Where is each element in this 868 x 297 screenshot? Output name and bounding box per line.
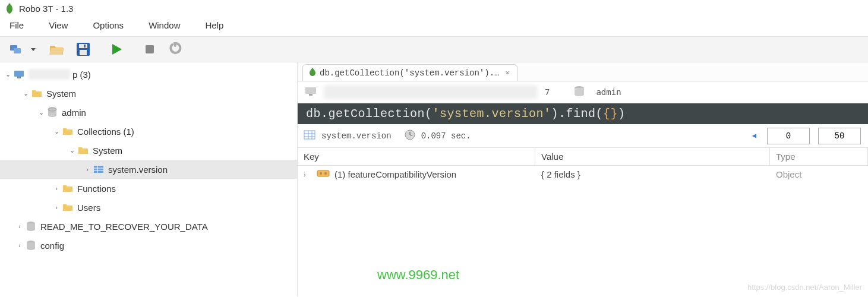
query-text: ) (618, 107, 626, 121)
connection-label: p (3) (72, 69, 91, 80)
titlebar: Robo 3T - 1.3 (0, 0, 868, 17)
tree-node-users[interactable]: › Users (0, 198, 297, 217)
menu-view[interactable]: View (45, 19, 71, 31)
tree-node-system-version[interactable]: › system.version (0, 160, 297, 179)
folder-icon (77, 144, 89, 156)
chevron-right-icon[interactable]: › (14, 221, 25, 232)
chevron-right-icon[interactable]: › (51, 202, 62, 213)
clock-icon (405, 129, 415, 143)
chevron-right-icon[interactable]: › (14, 240, 25, 251)
redacted-host-wide (324, 85, 538, 99)
svg-rect-4 (80, 50, 87, 55)
save-button[interactable] (71, 39, 95, 60)
tree-label: READ_ME_TO_RECOVER_YOUR_DATA (40, 222, 208, 232)
header-value: Value (535, 148, 770, 165)
menu-options[interactable]: Options (89, 19, 127, 31)
tab-bar: db.getCollection('system.version').… ✕ (298, 62, 868, 81)
svg-rect-20 (304, 131, 315, 139)
svg-rect-6 (146, 45, 154, 53)
result-row[interactable]: › (1) featureCompatibilityVersion { 2 fi… (298, 166, 868, 183)
tree-label: admin (62, 108, 86, 118)
svg-rect-3 (79, 44, 87, 48)
row-value: { 2 fields } (541, 169, 580, 179)
tree-label: System (93, 146, 122, 156)
open-button[interactable] (45, 39, 69, 60)
connect-dropdown-icon[interactable] (31, 48, 36, 51)
chevron-right-icon[interactable]: › (51, 183, 62, 194)
menu-help[interactable]: Help (201, 19, 227, 31)
page-start-input[interactable] (767, 128, 810, 144)
grid-icon (304, 130, 315, 142)
chevron-right-icon[interactable]: › (82, 164, 93, 175)
folder-icon (31, 87, 43, 99)
tree-label: Users (77, 203, 100, 213)
chevron-down-icon[interactable]: ⌄ (67, 145, 77, 156)
close-icon[interactable]: ✕ (505, 68, 509, 77)
window-title: Robo 3T - 1.3 (19, 4, 73, 14)
tab-query[interactable]: db.getCollection('system.version').… ✕ (302, 64, 517, 81)
chevron-right-icon[interactable]: › (304, 171, 312, 178)
svg-rect-5 (84, 45, 86, 48)
page-size-input[interactable] (818, 128, 861, 144)
menu-window[interactable]: Window (145, 19, 184, 31)
tree-label: config (40, 241, 64, 251)
database-icon (25, 220, 37, 232)
stop-button[interactable] (138, 39, 162, 60)
query-arg: 'system.version' (433, 107, 551, 121)
host-icon (13, 68, 25, 80)
context-digit: 7 (545, 87, 550, 97)
folder-icon (62, 125, 74, 137)
header-key: Key (298, 148, 535, 165)
tree-label: System (46, 89, 76, 99)
query-bar[interactable]: db.getCollection('system.version').find(… (298, 103, 868, 124)
leaf-icon (309, 68, 316, 78)
svg-rect-1 (14, 48, 21, 53)
info-collection: system.version (321, 131, 392, 141)
folder-icon (62, 182, 74, 194)
tree-node-system[interactable]: ⌄ System (0, 84, 297, 103)
chevron-down-icon[interactable]: ⌄ (20, 88, 31, 99)
rotate-button[interactable] (164, 39, 188, 60)
svg-rect-17 (305, 87, 316, 94)
database-icon (573, 86, 585, 99)
redacted-host (29, 69, 70, 80)
connect-button[interactable] (4, 39, 27, 60)
watermark-source: https://blog.csdn.net/Aaron_Miller (747, 283, 862, 292)
tree-label: system.version (108, 165, 168, 175)
result-header: Key Value Type (298, 148, 868, 166)
svg-point-30 (324, 172, 327, 175)
folder-icon (62, 201, 74, 213)
svg-rect-8 (17, 77, 21, 78)
tree-label: Functions (77, 184, 116, 194)
tree-connection[interactable]: ⌄ p (3) (0, 65, 297, 84)
tree-node-admin[interactable]: ⌄ admin (0, 103, 297, 122)
svg-point-29 (320, 172, 322, 175)
content-panel: db.getCollection('system.version').… ✕ 7… (297, 62, 868, 296)
tree-node-collections[interactable]: ⌄ Collections (1) (0, 122, 297, 141)
context-row: 7 admin (298, 81, 868, 103)
chevron-down-icon[interactable]: ⌄ (51, 126, 62, 137)
tree-panel: ⌄ p (3) ⌄ System ⌄ admin ⌄ Collections (… (0, 62, 297, 296)
host-small-icon (305, 87, 317, 98)
tree-node-config[interactable]: › config (0, 236, 297, 255)
info-time: 0.097 sec. (421, 131, 471, 141)
chevron-down-icon[interactable]: ⌄ (36, 107, 46, 118)
toolbar (0, 36, 868, 62)
tree-node-readme-db[interactable]: › READ_ME_TO_RECOVER_YOUR_DATA (0, 217, 297, 236)
query-braces: {} (603, 107, 618, 121)
tree-node-functions[interactable]: › Functions (0, 179, 297, 198)
row-key: (1) featureCompatibilityVersion (334, 169, 456, 179)
app-icon (4, 2, 15, 14)
header-type: Type (770, 148, 868, 165)
collection-icon (93, 163, 105, 175)
menu-file[interactable]: File (6, 19, 27, 31)
chevron-down-icon[interactable]: ⌄ (2, 69, 13, 80)
tree-node-system-inner[interactable]: ⌄ System (0, 141, 297, 160)
svg-rect-18 (309, 94, 313, 96)
object-icon (317, 169, 330, 179)
run-button[interactable] (105, 39, 128, 60)
menu-bar: File View Options Window Help (0, 17, 868, 36)
row-type: Object (776, 169, 801, 179)
prev-page-icon[interactable]: ◀ (749, 131, 760, 140)
svg-rect-11 (94, 166, 103, 173)
